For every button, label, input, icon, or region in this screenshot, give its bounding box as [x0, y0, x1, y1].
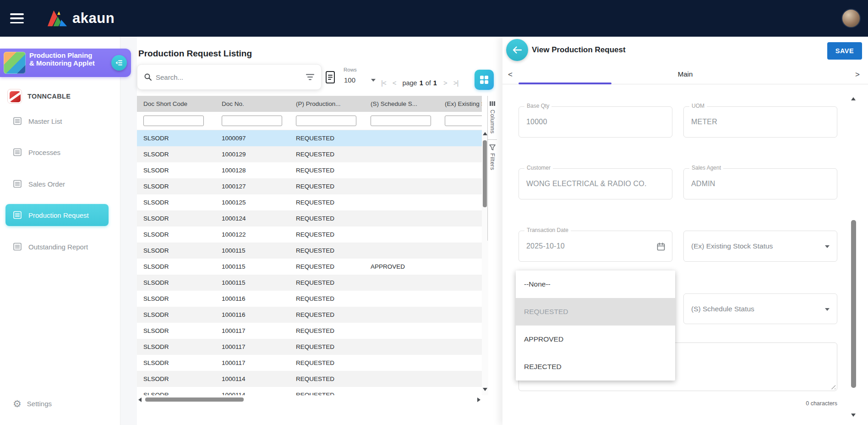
- cell-production-status: REQUESTED: [289, 167, 364, 174]
- tab-scroll-right-chevron[interactable]: >: [855, 70, 860, 79]
- sidebar-item-processes[interactable]: Processes: [0, 142, 120, 162]
- table-hscroll-thumb[interactable]: [145, 397, 244, 402]
- cell-production-status: REQUESTED: [289, 247, 364, 254]
- document-icon[interactable]: [324, 70, 336, 87]
- save-button[interactable]: SAVE: [827, 42, 862, 60]
- sidebar-item-outstanding-report[interactable]: Outstanding Report: [0, 237, 120, 257]
- column-header-doc-no[interactable]: Doc No.: [215, 100, 289, 107]
- cell-production-status: REQUESTED: [289, 311, 364, 318]
- page-current: 1: [420, 79, 423, 87]
- uom-field[interactable]: UOM METER: [683, 106, 837, 138]
- schedule-status-select[interactable]: (S) Schedule Status: [683, 293, 837, 324]
- character-count: 0 characters: [806, 400, 837, 407]
- logo-text: akaun: [72, 10, 115, 27]
- transaction-date-field[interactable]: Transaction Date 2025-10-10: [519, 231, 672, 262]
- table-scroll-right-button[interactable]: [477, 397, 480, 402]
- table-row[interactable]: SLSODR 1000117 REQUESTED: [137, 323, 482, 339]
- column-filter-input[interactable]: [296, 116, 356, 126]
- cell-doc-short-code: SLSODR: [137, 295, 215, 302]
- table-scroll-down-button[interactable]: [483, 388, 487, 391]
- transaction-date-value: 2025-10-10: [519, 242, 565, 250]
- back-button[interactable]: [506, 39, 528, 61]
- table-row[interactable]: SLSODR 1000122 REQUESTED: [137, 226, 482, 243]
- collapse-sidebar-button[interactable]: [111, 55, 127, 71]
- column-filter-input[interactable]: [222, 116, 282, 126]
- sidebar-item-label: Sales Order: [28, 180, 65, 188]
- customer-field[interactable]: Customer WONG ELECTRICAL & RADIO CO.: [519, 168, 672, 199]
- sidebar-item-sales-order[interactable]: Sales Order: [0, 174, 120, 194]
- sidebar-item-production-request[interactable]: Production Request: [5, 204, 109, 226]
- next-page-button[interactable]: >: [443, 79, 447, 87]
- cell-doc-no: 1000097: [215, 135, 289, 142]
- last-page-button[interactable]: >|: [453, 79, 459, 87]
- table-row[interactable]: SLSODR 1000097 REQUESTED: [137, 130, 482, 146]
- cell-doc-no: 1000115: [215, 247, 289, 254]
- cell-production-status: REQUESTED: [289, 263, 364, 270]
- funnel-icon: [489, 144, 496, 150]
- rows-per-page-label: Rows: [344, 67, 357, 72]
- table-row[interactable]: SLSODR 1000115 REQUESTED APPROVED: [137, 259, 482, 275]
- column-filter-input[interactable]: [143, 116, 204, 126]
- table-row[interactable]: SLSODR 1000125 REQUESTED: [137, 194, 482, 210]
- search-input[interactable]: [156, 73, 306, 81]
- sidebar-item-master-list[interactable]: Master List: [0, 111, 120, 131]
- column-header-doc-short-code[interactable]: Doc Short Code: [137, 100, 215, 107]
- table-row[interactable]: SLSODR 1000117 REQUESTED: [137, 355, 482, 371]
- table-scroll-left-button[interactable]: [138, 397, 142, 402]
- dropdown-option-approved[interactable]: APPROVED: [516, 326, 675, 353]
- table-scroll-up-button[interactable]: [483, 132, 487, 135]
- table-row[interactable]: SLSODR 1000128 REQUESTED: [137, 162, 482, 178]
- customer-value: WONG ELECTRICAL & RADIO CO.: [519, 180, 647, 188]
- table-row[interactable]: SLSODR 1000115 REQUESTED: [137, 275, 482, 291]
- table-row[interactable]: SLSODR 1000124 REQUESTED: [137, 210, 482, 226]
- resize-handle-icon[interactable]: [830, 383, 835, 389]
- column-filter-input[interactable]: [445, 116, 482, 126]
- sidebar-item-settings[interactable]: ⚙ Settings: [0, 393, 120, 414]
- table-row[interactable]: SLSODR 1000114 REQUESTED: [137, 371, 482, 387]
- table-vscroll-thumb[interactable]: [483, 140, 487, 207]
- tab-main[interactable]: Main: [502, 70, 868, 78]
- table-row[interactable]: SLSODR 1000127 REQUESTED: [137, 178, 482, 194]
- table-row[interactable]: SLSODR 1000115 REQUESTED: [137, 243, 482, 259]
- column-filter-input[interactable]: [371, 116, 431, 126]
- filters-side-tab[interactable]: Filters: [489, 144, 496, 171]
- of-word: of: [426, 79, 431, 87]
- table-row[interactable]: SLSODR 1000114 REQUESTED: [137, 387, 482, 395]
- detail-scroll-down-button[interactable]: [851, 414, 856, 417]
- sales-agent-field[interactable]: Sales Agent ADMIN: [683, 168, 837, 199]
- cell-production-status: REQUESTED: [289, 183, 364, 190]
- search-icon: [144, 73, 152, 81]
- columns-side-tab-label: Columns: [489, 110, 496, 134]
- base-qty-field[interactable]: Base Qty 10000: [519, 106, 672, 138]
- user-avatar[interactable]: [841, 9, 861, 28]
- grid-view-button[interactable]: [475, 70, 494, 90]
- table-row[interactable]: SLSODR 1000117 REQUESTED: [137, 339, 482, 355]
- columns-side-tab[interactable]: Columns: [489, 100, 496, 134]
- dropdown-option-none[interactable]: --None--: [516, 270, 675, 298]
- hamburger-menu-icon[interactable]: [10, 13, 24, 23]
- company-selector[interactable]: TONNCABLE: [0, 86, 120, 106]
- column-header-schedule-status[interactable]: (S) Schedule S...: [364, 100, 438, 107]
- filter-list-icon[interactable]: [306, 73, 315, 81]
- cell-doc-short-code: SLSODR: [137, 375, 215, 382]
- prev-page-button[interactable]: <: [393, 79, 396, 87]
- page-word: page: [402, 79, 417, 87]
- table-row[interactable]: SLSODR 1000116 REQUESTED: [137, 307, 482, 323]
- table-row[interactable]: SLSODR 1000116 REQUESTED: [137, 291, 482, 307]
- table-row[interactable]: SLSODR 1000129 REQUESTED: [137, 146, 482, 162]
- detail-scrollbar-thumb[interactable]: [851, 220, 856, 388]
- first-page-button[interactable]: |<: [381, 79, 386, 87]
- rows-per-page-select[interactable]: 100: [344, 76, 376, 84]
- calendar-icon[interactable]: [656, 242, 666, 253]
- chevron-down-icon: [371, 79, 376, 82]
- cell-doc-no: 1000116: [215, 295, 289, 302]
- dropdown-option-requested[interactable]: REQUESTED: [516, 298, 675, 326]
- column-header-existing-status[interactable]: (Ex) Existing St...: [438, 100, 482, 107]
- topbar: akaun: [0, 0, 868, 37]
- sidebar-item-label: Outstanding Report: [28, 243, 88, 251]
- column-header-production-status[interactable]: (P) Production...: [289, 100, 364, 107]
- dropdown-option-rejected[interactable]: REJECTED: [516, 353, 675, 381]
- detail-scroll-up-button[interactable]: [851, 97, 856, 100]
- existing-stock-status-select[interactable]: (Ex) Existing Stock Status: [683, 231, 837, 262]
- cell-doc-short-code: SLSODR: [137, 359, 215, 366]
